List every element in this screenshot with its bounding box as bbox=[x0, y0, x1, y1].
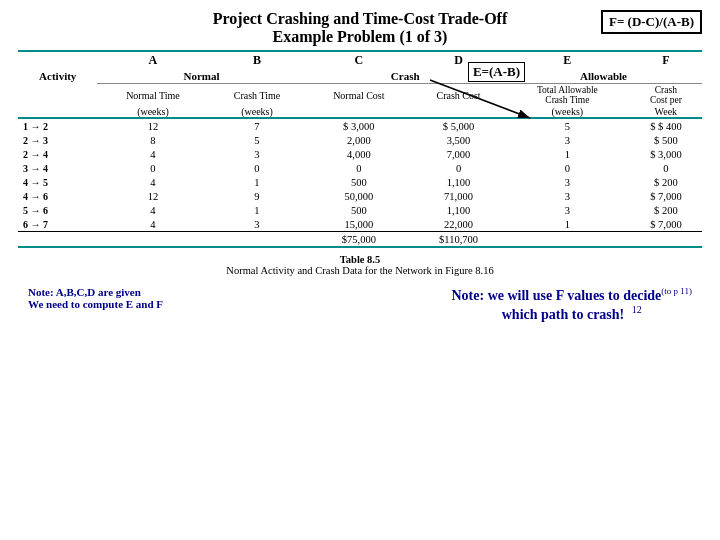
normal-group-header: Normal bbox=[97, 69, 305, 84]
cell-allowable: 3 bbox=[505, 189, 630, 203]
cell-crash-time: 1 bbox=[208, 203, 305, 217]
crash-per-week-label: CrashCost per bbox=[630, 84, 702, 107]
cell-normal-time: 4 bbox=[97, 217, 208, 232]
activity-subheader bbox=[18, 84, 97, 107]
cell-activity: 6 → 7 bbox=[18, 217, 97, 232]
title-line2: Example Problem (1 of 3) bbox=[18, 28, 702, 46]
cell-crash-per-week: $ 7,000 bbox=[630, 189, 702, 203]
col-B: B bbox=[208, 51, 305, 69]
allowable-crash-time-label: Total AllowableCrash Time bbox=[505, 84, 630, 107]
col-F: F bbox=[630, 51, 702, 69]
cell-normal-time: 4 bbox=[97, 203, 208, 217]
cell-normal-time: 4 bbox=[97, 175, 208, 189]
total-normal-cost: $75,000 bbox=[306, 232, 413, 248]
cell-allowable: 3 bbox=[505, 133, 630, 147]
table-body: 1 → 2 12 7 $ 3,000 $ 5,000 5 $ $ 400 2 →… bbox=[18, 118, 702, 247]
note-left-line2: We need to compute E and F bbox=[28, 298, 163, 310]
cell-normal-cost: 50,000 bbox=[306, 189, 413, 203]
cell-allowable: 3 bbox=[505, 175, 630, 189]
total-empty2 bbox=[208, 232, 305, 248]
activity-group-header: Activity bbox=[18, 69, 97, 84]
table-row: 2 → 4 4 3 4,000 7,000 1 $ 3,000 bbox=[18, 147, 702, 161]
cell-normal-cost: 500 bbox=[306, 203, 413, 217]
total-crash-cost: $110,700 bbox=[412, 232, 505, 248]
normal-time-label: Normal Time bbox=[97, 84, 208, 107]
cell-crash-cost: $ 5,000 bbox=[412, 118, 505, 133]
main-table: A B C D E F Activity Normal Crash Allowa… bbox=[18, 50, 702, 248]
cell-normal-time: 12 bbox=[97, 189, 208, 203]
cell-normal-cost: 15,000 bbox=[306, 217, 413, 232]
cell-crash-cost: 1,100 bbox=[412, 175, 505, 189]
crash-per-week-unit: Week bbox=[630, 106, 702, 118]
title-line1: Project Crashing and Time-Cost Trade-Off bbox=[18, 10, 702, 28]
to-page: (to p 11) bbox=[661, 286, 692, 296]
normal-cost-unit bbox=[306, 106, 413, 118]
note-right: Note: we will use F values to decide(to … bbox=[451, 286, 692, 322]
cell-crash-per-week: $ 3,000 bbox=[630, 147, 702, 161]
cell-crash-per-week: $ 200 bbox=[630, 175, 702, 189]
cell-normal-cost: 2,000 bbox=[306, 133, 413, 147]
cell-crash-per-week: $ 200 bbox=[630, 203, 702, 217]
cell-crash-per-week: 0 bbox=[630, 161, 702, 175]
cell-crash-time: 0 bbox=[208, 161, 305, 175]
cell-activity: 3 → 4 bbox=[18, 161, 97, 175]
normal-cost-label: Normal Cost bbox=[306, 84, 413, 107]
note-left-line1: Note: A,B,C,D are given bbox=[28, 286, 163, 298]
cell-normal-cost: 500 bbox=[306, 175, 413, 189]
total-empty1 bbox=[97, 232, 208, 248]
table-row: 4 → 6 12 9 50,000 71,000 3 $ 7,000 bbox=[18, 189, 702, 203]
cell-crash-cost: 71,000 bbox=[412, 189, 505, 203]
page-num: 12 bbox=[632, 304, 642, 315]
cell-normal-time: 8 bbox=[97, 133, 208, 147]
cell-crash-time: 1 bbox=[208, 175, 305, 189]
crash-time-unit: (weeks) bbox=[208, 106, 305, 118]
cell-crash-cost: 1,100 bbox=[412, 203, 505, 217]
cell-crash-time: 5 bbox=[208, 133, 305, 147]
main-table-container: A B C D E F Activity Normal Crash Allowa… bbox=[18, 50, 702, 248]
col-letters-row: A B C D E F bbox=[18, 51, 702, 69]
cell-crash-cost: 7,000 bbox=[412, 147, 505, 161]
total-empty4 bbox=[630, 232, 702, 248]
formula-box: F= (D-C)/(A-B) bbox=[601, 10, 702, 34]
cell-activity: 4 → 5 bbox=[18, 175, 97, 189]
subheader-row1: Normal Time Crash Time Normal Cost Crash… bbox=[18, 84, 702, 107]
cell-crash-per-week: $ $ 400 bbox=[630, 118, 702, 133]
cell-allowable: 3 bbox=[505, 203, 630, 217]
subheader-row2: (weeks) (weeks) (weeks) Week bbox=[18, 106, 702, 118]
caption-row: Table 8.5 Normal Activity and Crash Data… bbox=[18, 254, 702, 276]
cell-allowable: 1 bbox=[505, 147, 630, 161]
note-right-line1: Note: we will use F values to decide(to … bbox=[451, 286, 692, 304]
group-header-row: Activity Normal Crash Allowable bbox=[18, 69, 702, 84]
cell-normal-time: 4 bbox=[97, 147, 208, 161]
cell-crash-cost: 22,000 bbox=[412, 217, 505, 232]
cell-activity: 2 → 3 bbox=[18, 133, 97, 147]
cell-allowable: 5 bbox=[505, 118, 630, 133]
cell-normal-cost: 4,000 bbox=[306, 147, 413, 161]
cell-crash-time: 3 bbox=[208, 147, 305, 161]
total-row: $75,000 $110,700 bbox=[18, 232, 702, 248]
col-C: C bbox=[306, 51, 413, 69]
table-row: 5 → 6 4 1 500 1,100 3 $ 200 bbox=[18, 203, 702, 217]
crash-time-label: Crash Time bbox=[208, 84, 305, 107]
cell-activity: 2 → 4 bbox=[18, 147, 97, 161]
cell-crash-cost: 3,500 bbox=[412, 133, 505, 147]
activity-unit bbox=[18, 106, 97, 118]
col-A: A bbox=[97, 51, 208, 69]
cell-crash-time: 9 bbox=[208, 189, 305, 203]
table-row: 4 → 5 4 1 500 1,100 3 $ 200 bbox=[18, 175, 702, 189]
cell-crash-per-week: $ 7,000 bbox=[630, 217, 702, 232]
cell-allowable: 0 bbox=[505, 161, 630, 175]
activity-header-empty bbox=[18, 51, 97, 69]
cell-activity: 1 → 2 bbox=[18, 118, 97, 133]
allowable-unit: (weeks) bbox=[505, 106, 630, 118]
cell-activity: 5 → 6 bbox=[18, 203, 97, 217]
table-row: 6 → 7 4 3 15,000 22,000 1 $ 7,000 bbox=[18, 217, 702, 232]
cell-crash-time: 7 bbox=[208, 118, 305, 133]
note-left: Note: A,B,C,D are given We need to compu… bbox=[28, 286, 163, 310]
normal-time-unit: (weeks) bbox=[97, 106, 208, 118]
table-row: 1 → 2 12 7 $ 3,000 $ 5,000 5 $ $ 400 bbox=[18, 118, 702, 133]
total-label bbox=[18, 232, 97, 248]
cell-crash-cost: 0 bbox=[412, 161, 505, 175]
total-empty3 bbox=[505, 232, 630, 248]
cell-normal-cost: $ 3,000 bbox=[306, 118, 413, 133]
